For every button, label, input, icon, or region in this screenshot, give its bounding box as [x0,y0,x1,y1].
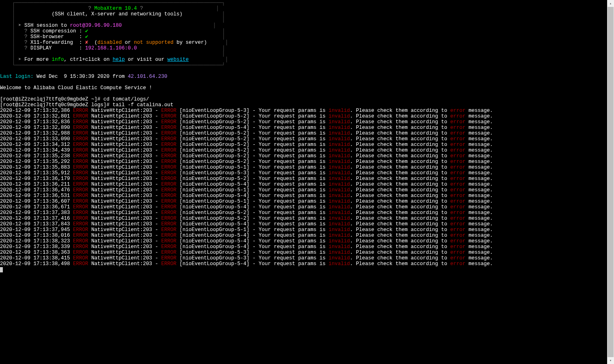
check-icon: ✔ [85,34,88,40]
last-login-label: Last login: [0,74,34,79]
scroll-track[interactable] [607,7,614,357]
cross-icon: ✘ [85,40,88,45]
cursor [0,267,3,272]
scrollbar[interactable]: ▴ ▾ [607,0,614,364]
scroll-up-button[interactable]: ▴ [607,0,614,7]
website-link[interactable]: website [167,57,189,62]
scroll-thumb[interactable] [608,7,614,357]
help-link[interactable]: help [113,57,125,62]
scroll-down-button[interactable]: ▾ [607,357,614,364]
banner-box: ┌───────────────────────────────────────… [0,0,228,68]
terminal-output[interactable]: ┌───────────────────────────────────────… [0,0,607,364]
log-output: 2020-12-09 17:13:32,386 ERROR NativeHttp… [0,108,493,267]
shell-prompt: [root@iZ2zeclqj7ttfq0c9mgbdeZ ~]# [0,96,101,102]
welcome-text: Welcome to Alibaba Cloud Elastic Compute… [0,85,152,91]
check-icon: ✔ [85,28,88,34]
shell-prompt: [root@iZ2zeclqj7ttfq0c9mgbdeZ logs]# [0,102,109,108]
